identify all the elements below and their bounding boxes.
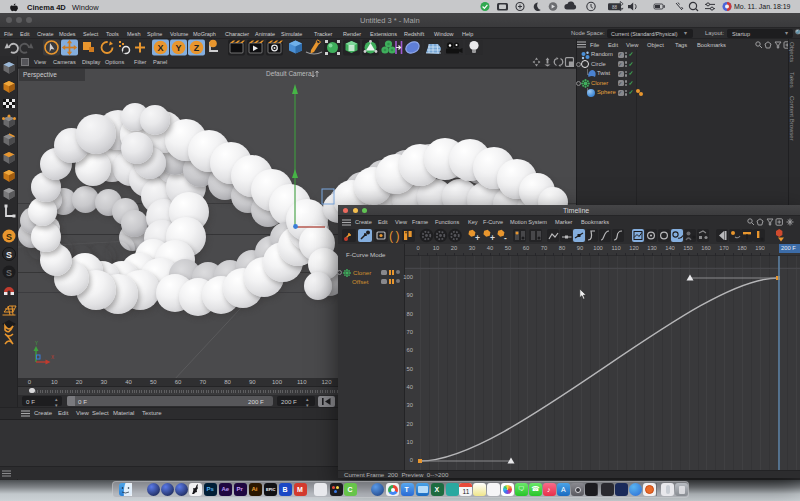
svg-text:S: S xyxy=(6,250,12,260)
svg-text:X: X xyxy=(157,43,163,53)
svg-text:X: X xyxy=(51,355,54,360)
svg-text:Z: Z xyxy=(194,43,200,53)
svg-text:+: + xyxy=(475,233,480,243)
svg-text:Y: Y xyxy=(175,43,181,53)
svg-text:-: - xyxy=(504,233,507,243)
svg-text:88: 88 xyxy=(612,5,618,10)
svg-text:Y: Y xyxy=(35,341,38,346)
svg-text:+: + xyxy=(490,233,495,243)
svg-text:S: S xyxy=(6,232,12,242)
svg-text:(: ( xyxy=(389,229,393,243)
svg-text:S: S xyxy=(6,268,12,278)
svg-text:): ) xyxy=(396,229,400,243)
